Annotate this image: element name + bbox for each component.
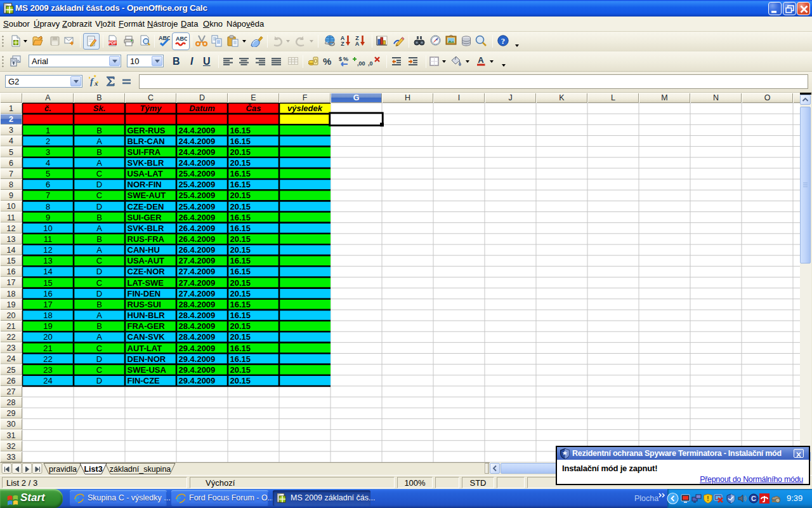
svg-text:x: x — [94, 79, 98, 87]
svg-text:SVK-BLR: SVK-BLR — [128, 224, 164, 233]
svg-text:$: $ — [339, 56, 342, 62]
svg-text:16: 16 — [43, 289, 52, 298]
svg-text:A: A — [45, 93, 51, 102]
svg-text:5: 5 — [9, 148, 13, 157]
svg-text:29.4.2009: 29.4.2009 — [179, 376, 216, 385]
svg-text:7: 7 — [46, 190, 50, 200]
svg-text:13: 13 — [43, 256, 52, 265]
svg-text:12: 12 — [43, 245, 52, 255]
svg-text:B: B — [96, 234, 102, 244]
svg-text:9: 9 — [9, 191, 13, 200]
svg-text:27: 27 — [7, 387, 16, 396]
svg-text:19: 19 — [7, 300, 16, 309]
svg-text:G: G — [353, 93, 360, 102]
svg-text:O: O — [764, 93, 771, 102]
svg-text:pravidla: pravidla — [49, 465, 77, 474]
svg-text:20.15: 20.15 — [230, 158, 251, 168]
svg-text:č.: č. — [44, 104, 51, 113]
svg-text:27.4.2009: 27.4.2009 — [179, 289, 216, 298]
svg-text:B: B — [96, 147, 102, 157]
svg-text:3: 3 — [46, 147, 50, 157]
svg-text:1: 1 — [46, 126, 50, 135]
svg-text:CZE-NOR: CZE-NOR — [128, 267, 166, 276]
svg-text:5: 5 — [46, 169, 50, 178]
svg-text:26.4.2009: 26.4.2009 — [179, 224, 216, 233]
svg-text:F: F — [303, 93, 308, 102]
svg-text:29.4.2009: 29.4.2009 — [179, 354, 216, 364]
svg-text:HUN-BLR: HUN-BLR — [128, 311, 166, 320]
svg-text:32: 32 — [7, 442, 16, 451]
svg-text:CAN-HU: CAN-HU — [128, 245, 160, 255]
svg-text:24: 24 — [43, 376, 52, 385]
svg-text:24.4.2009: 24.4.2009 — [179, 147, 216, 157]
svg-text:B: B — [96, 213, 102, 222]
svg-text:C: C — [96, 169, 102, 178]
svg-text:18: 18 — [43, 311, 52, 320]
svg-text:List3: List3 — [84, 465, 102, 474]
svg-text:FIN-DEN: FIN-DEN — [128, 289, 161, 298]
svg-text:16.15: 16.15 — [230, 311, 251, 320]
svg-text:11: 11 — [7, 213, 15, 222]
svg-text:20.15: 20.15 — [230, 202, 251, 211]
svg-text:7: 7 — [9, 170, 13, 178]
svg-text:D: D — [96, 376, 102, 385]
svg-text:20.15: 20.15 — [230, 147, 251, 157]
svg-text:SWE-USA: SWE-USA — [128, 365, 167, 375]
svg-text:SVK-BLR: SVK-BLR — [128, 158, 164, 168]
svg-text:CZE-DEN: CZE-DEN — [128, 202, 164, 211]
svg-text:20.15: 20.15 — [230, 332, 251, 342]
svg-text:Z: Z — [341, 41, 344, 47]
svg-text:f: f — [90, 76, 95, 86]
svg-text:21: 21 — [7, 322, 16, 331]
svg-text:14: 14 — [7, 246, 16, 255]
svg-text:26.4.2009: 26.4.2009 — [179, 234, 216, 244]
svg-text:16.15: 16.15 — [230, 180, 251, 189]
svg-text:A: A — [96, 245, 102, 255]
svg-text:D: D — [96, 267, 102, 276]
svg-text:USA-LAT: USA-LAT — [128, 169, 163, 178]
svg-text:11: 11 — [44, 234, 53, 244]
svg-text:A: A — [96, 224, 102, 233]
svg-text:14: 14 — [43, 267, 52, 276]
svg-text:LAT-SWE: LAT-SWE — [128, 278, 164, 288]
svg-text:B: B — [96, 300, 102, 309]
svg-text:BLR-CAN: BLR-CAN — [128, 137, 165, 146]
svg-text:Datum: Datum — [189, 104, 215, 113]
svg-text:24.4.2009: 24.4.2009 — [179, 137, 216, 146]
svg-text:C: C — [96, 190, 102, 200]
svg-text:8: 8 — [46, 202, 50, 211]
svg-text:6: 6 — [9, 159, 13, 168]
svg-text:2: 2 — [9, 115, 13, 124]
svg-text:25.4.2009: 25.4.2009 — [179, 190, 216, 200]
svg-text:28: 28 — [7, 398, 16, 407]
svg-text:17: 17 — [43, 300, 52, 309]
svg-text:J: J — [508, 93, 512, 102]
svg-text:16.15: 16.15 — [230, 137, 251, 146]
svg-text:C: C — [96, 256, 102, 265]
svg-text:29.4.2009: 29.4.2009 — [179, 365, 216, 375]
svg-text:A: A — [96, 332, 102, 342]
svg-text:16.15: 16.15 — [230, 169, 251, 178]
svg-text:,00: ,00 — [357, 60, 365, 67]
svg-text:CAN-SVK: CAN-SVK — [128, 332, 166, 342]
svg-text:24.4.2009: 24.4.2009 — [179, 126, 216, 135]
svg-text:FRA-GER: FRA-GER — [128, 321, 166, 331]
svg-text:1: 1 — [9, 104, 13, 113]
svg-text:SUI-GER: SUI-GER — [128, 213, 162, 222]
svg-text:20.15: 20.15 — [230, 234, 251, 244]
svg-text:SWE-AUT: SWE-AUT — [128, 190, 166, 200]
svg-text:16: 16 — [7, 267, 16, 276]
svg-text:NOR-FIN: NOR-FIN — [128, 180, 162, 189]
svg-text:3: 3 — [9, 126, 13, 135]
svg-text:Čas: Čas — [246, 104, 261, 113]
svg-text:20: 20 — [43, 332, 52, 342]
svg-text:A: A — [96, 137, 102, 146]
svg-text:DEN-NOR: DEN-NOR — [128, 354, 166, 364]
svg-text:26.4.2009: 26.4.2009 — [179, 213, 216, 222]
svg-text:RUS-FRA: RUS-FRA — [128, 234, 165, 244]
svg-text:4: 4 — [46, 158, 50, 168]
svg-text:16.15: 16.15 — [230, 267, 251, 276]
svg-text:SUI-FRA: SUI-FRA — [128, 147, 161, 157]
svg-text:C: C — [148, 93, 154, 102]
svg-text:27.4.2009: 27.4.2009 — [179, 278, 216, 288]
